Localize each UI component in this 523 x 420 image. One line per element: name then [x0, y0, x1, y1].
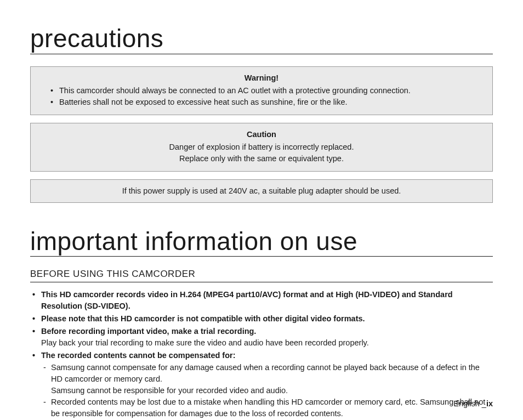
list-item: Please note that this HD camcorder is no… [30, 313, 493, 325]
footer-lang: English _ [453, 399, 486, 408]
sub-list-text: Samsung cannot compensate for any damage… [51, 363, 480, 383]
sub-list-item: Samsung cannot compensate for any damage… [41, 362, 493, 396]
list-item-text: This HD camcorder records video in H.264… [41, 290, 453, 310]
caution-title: Caution [41, 129, 482, 140]
list-item: The recorded contents cannot be compensa… [30, 350, 493, 419]
sub-list: Samsung cannot compensate for any damage… [41, 362, 493, 419]
subheading-before-using: BEFORE USING THIS CAMCORDER [30, 269, 493, 282]
sub-list-text: Recorded contents may be lost due to a m… [51, 398, 485, 418]
warning-list: This camcorder should always be connecte… [41, 85, 482, 108]
caution-line: Replace only with the same or equivalent… [41, 153, 482, 164]
heading-important-info: important information on use [30, 228, 493, 257]
sub-list-text: Samsung cannot be responsible for your r… [51, 386, 288, 395]
note-text: If this power supply is used at 240V ac,… [122, 186, 401, 195]
list-item: Before recording important video, make a… [30, 326, 493, 349]
sub-list-item: Recorded contents may be lost due to a m… [41, 396, 493, 419]
heading-precautions: precautions [30, 25, 493, 54]
warning-title: Warning! [41, 72, 482, 84]
page-footer: English _ix [453, 399, 493, 408]
warning-item: Batteries shall not be exposed to excess… [41, 97, 482, 108]
warning-item: This camcorder should always be connecte… [41, 85, 482, 97]
body-list: This HD camcorder records video in H.264… [30, 289, 493, 419]
caution-box: Caution Danger of explosion if battery i… [30, 123, 493, 172]
footer-page: ix [486, 399, 493, 408]
list-item-text: Please note that this HD camcorder is no… [41, 314, 365, 323]
caution-line: Danger of explosion if battery is incorr… [41, 141, 482, 153]
list-item: This HD camcorder records video in H.264… [30, 289, 493, 312]
list-item-bold: The recorded contents cannot be compensa… [41, 351, 236, 360]
warning-box: Warning! This camcorder should always be… [30, 66, 493, 115]
list-item-text: Play back your trial recording to make s… [41, 338, 369, 347]
list-item-bold: Before recording important video, make a… [41, 327, 256, 336]
note-box: If this power supply is used at 240V ac,… [30, 179, 493, 203]
